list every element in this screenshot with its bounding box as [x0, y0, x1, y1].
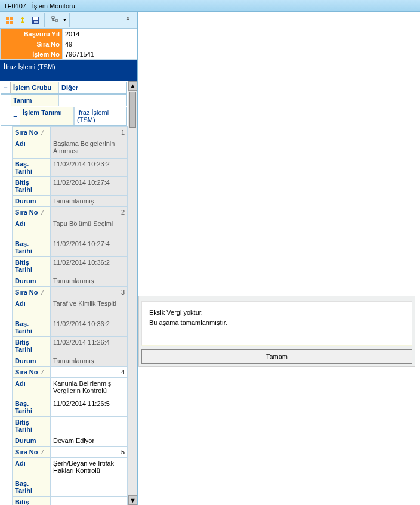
step-adi-label: Adı [13, 138, 51, 159]
step-bitis-value [51, 417, 128, 435]
process-title-bar: İfraz İşlemi (TSM) [0, 60, 137, 81]
svg-rect-3 [52, 17, 54, 18]
islem-grubu-value: Diğer [58, 82, 126, 93]
step-sira-value: 3 [51, 287, 128, 298]
step-durum-label: Durum [13, 196, 51, 207]
step-sira-label: Sıra No/ [13, 207, 51, 218]
step-adi-label: Adı [13, 458, 51, 478]
islem-grubu-row: − İşlem Grubu Diğer [1, 82, 127, 94]
app-icon[interactable] [4, 14, 16, 26]
collapse-toggle[interactable]: − [1, 82, 11, 93]
step-durum-label: Durum [13, 435, 51, 447]
basvuru-yil-label: Başvuru Yıl [1, 29, 63, 39]
step-adi-value: Şerh/Beyan ve İrtifak Hakları Kontrolü [51, 458, 128, 478]
title-bar[interactable]: TF0107 - İşlem Monitörü [0, 0, 420, 12]
step-adi-value: Taraf ve Kimlik Tespiti [51, 298, 128, 318]
sira-no-value[interactable]: 49 [63, 39, 137, 49]
step-bas-value: 11/02/2014 11:26:5 [51, 398, 128, 417]
sira-no-label: Sıra No [1, 39, 63, 49]
svg-rect-2 [34, 21, 38, 23]
step-durum-value: Tamamlanmış [51, 196, 128, 207]
header-table: Başvuru Yıl 2014 Sıra No 49 İşlem No 796… [0, 29, 137, 60]
step-durum-label: Durum [13, 275, 51, 287]
islem-tanimi-row: − İşlem Tanımı İfraz İşlemi (TSM) [1, 107, 127, 126]
step-bitis-value [51, 497, 128, 506]
save-icon[interactable] [30, 14, 42, 26]
right-panel: Eksik Vergi yoktur. Bu aşama tamamlanmış… [138, 12, 420, 505]
scroll-down-icon[interactable]: ▼ [128, 495, 137, 505]
step-bas-label: Baş. Tarihi [13, 398, 51, 417]
islem-no-value[interactable]: 79671541 [63, 49, 137, 60]
step-adi-value: Tapu Bölümü Seçimi [51, 218, 128, 238]
scroll-up-icon[interactable]: ▲ [128, 81, 137, 91]
dropdown-arrow-icon[interactable]: ▼ [63, 18, 67, 22]
scrollbar[interactable]: ▲ ▼ [128, 81, 137, 505]
step-sira-value: 4 [51, 367, 128, 378]
content: ▼ Başvuru Yıl 2014 Sıra No 49 İşlem No 7… [0, 12, 420, 505]
step-sira-label: Sıra No/ [13, 447, 51, 458]
step-bas-label: Baş. Tarihi [13, 159, 51, 177]
step-bitis-label: Bitiş Tarihi [13, 497, 51, 506]
step-bas-label: Baş. Tarihi [13, 478, 51, 497]
step-sira-value: 1 [51, 127, 128, 138]
window-title: TF0107 - İşlem Monitörü [4, 2, 75, 10]
dialog-message: Eksik Vergi yoktur. Bu aşama tamamlanmış… [141, 301, 412, 346]
left-panel: ▼ Başvuru Yıl 2014 Sıra No 49 İşlem No 7… [0, 12, 138, 505]
step-bas-value: 11/02/2014 10:36:2 [51, 318, 128, 337]
pin-icon[interactable] [122, 14, 134, 26]
step-adi-value: Kanunla Belirlenmiş Vergilerin Kontrolü [51, 378, 128, 398]
step-bitis-label: Bitiş Tarihi [13, 257, 51, 275]
step-adi-label: Adı [13, 378, 51, 398]
step-bas-value: 11/02/2014 10:27:4 [51, 238, 128, 257]
islem-tanimi-value: İfraz İşlemi (TSM) [74, 107, 126, 125]
detail-area: − İşlem Grubu Diğer Tanım − İşlem Tanımı… [0, 81, 137, 505]
dialog-line2: Bu aşama tamamlanmıştır. [149, 318, 404, 328]
step-durum-label: Durum [13, 355, 51, 367]
step-durum-value: Devam Ediyor [51, 435, 128, 447]
step-sira-value: 5 [51, 447, 128, 458]
svg-rect-1 [33, 17, 38, 20]
dialog-line1: Eksik Vergi yoktur. [149, 308, 404, 318]
step-adi-label: Adı [13, 298, 51, 318]
tamam-button[interactable]: Tamam [141, 349, 412, 364]
islem-no-label: İşlem No [1, 49, 63, 60]
step-sira-value: 2 [51, 207, 128, 218]
step-bas-value [51, 478, 128, 497]
step-sira-label: Sıra No/ [13, 367, 51, 378]
step-bitis-value: 11/02/2014 10:36:2 [51, 257, 128, 275]
svg-rect-4 [55, 20, 58, 21]
step-bitis-value: 11/02/2014 10:27:4 [51, 177, 128, 196]
step-bitis-label: Bitiş Tarihi [13, 417, 51, 435]
tanim-row: Tanım [1, 94, 127, 106]
step-sira-label: Sıra No/ [13, 127, 51, 138]
step-bitis-label: Bitiş Tarihi [13, 177, 51, 196]
scroll-thumb[interactable] [129, 92, 136, 128]
tanim-label: Tanım [11, 95, 58, 106]
step-durum-value: Tamamlanmış [51, 275, 128, 287]
tree-icon[interactable] [50, 14, 61, 26]
step-bas-label: Baş. Tarihi [13, 318, 51, 337]
step-bitis-value: 11/02/2014 11:26:4 [51, 337, 128, 355]
toolbar: ▼ [0, 12, 137, 29]
step-durum-value: Tamamlanmış [51, 355, 128, 367]
islem-tanimi-label: İşlem Tanımı [20, 107, 74, 125]
basvuru-yil-value[interactable]: 2014 [63, 29, 137, 39]
main-window: TF0107 - İşlem Monitörü [0, 0, 420, 505]
step-adi-value: Başlama Belgelerinin Alınması [51, 138, 128, 159]
islem-grubu-label: İşlem Grubu [11, 82, 58, 93]
step-bas-label: Baş. Tarihi [13, 238, 51, 257]
step-bitis-label: Bitiş Tarihi [13, 337, 51, 355]
steps-table: Sıra No/1AdıBaşlama Belgelerinin Alınmas… [12, 126, 128, 505]
step-bas-value: 11/02/2014 10:23:2 [51, 159, 128, 177]
step-sira-label: Sıra No/ [13, 287, 51, 298]
step-adi-label: Adı [13, 218, 51, 238]
collapse-toggle-2[interactable]: − [11, 107, 20, 125]
steps-container: Sıra No/1AdıBaşlama Belgelerinin Alınmas… [0, 126, 128, 505]
message-dialog: Eksik Vergi yoktur. Bu aşama tamamlanmış… [138, 296, 415, 367]
refresh-icon[interactable] [17, 14, 29, 26]
tanim-value [58, 95, 126, 106]
